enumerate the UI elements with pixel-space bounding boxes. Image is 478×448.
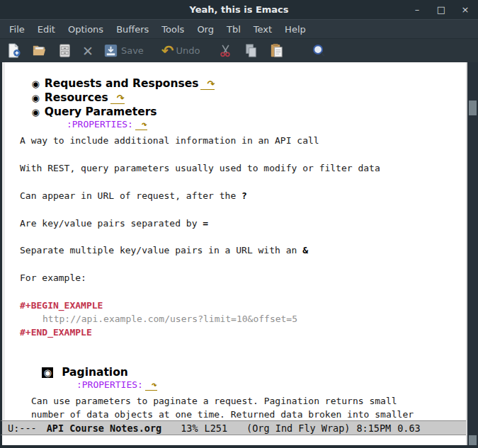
modeline-row: U:--- API Course Notes.org 13% L251 (Org…: [0, 420, 478, 435]
cut-icon[interactable]: [217, 42, 234, 60]
paragraph: Separate multiple key/value pairs in a U…: [20, 245, 308, 255]
minibuffer-scrollbar-track[interactable]: [466, 435, 478, 445]
save-buffer-button[interactable]: Save: [103, 42, 144, 60]
org-end-example-keyword: #+END_EXAMPLE: [20, 327, 92, 338]
paragraph: A way to include additional information …: [20, 135, 319, 146]
paragraph: With REST, query parameters usually used…: [20, 163, 380, 173]
modeline-buffer-name: API Course Notes.org: [47, 423, 162, 434]
menu-tools[interactable]: Tools: [155, 21, 190, 38]
isearch-icon[interactable]: [311, 42, 327, 60]
close-buffer-icon[interactable]: ✕: [82, 42, 93, 60]
scrollbar-thumb[interactable]: [469, 100, 477, 115]
modeline: U:--- API Course Notes.org 13% L251 (Org…: [0, 420, 466, 435]
menu-help[interactable]: Help: [278, 21, 312, 38]
menu-org[interactable]: Org: [190, 21, 220, 38]
titlebar: Yeah, this is Emacs – □ ×: [0, 0, 478, 19]
close-icon[interactable]: ×: [460, 5, 471, 15]
window-controls: – □ ×: [411, 0, 471, 19]
paragraph: Are key/value pairs separated by =: [20, 218, 208, 229]
undo-button[interactable]: ↶ Undo: [161, 42, 200, 60]
minibuffer-scrollbar-thumb[interactable]: [469, 435, 477, 445]
paste-icon[interactable]: [268, 42, 285, 60]
modeline-line-number: L251: [205, 423, 228, 434]
modeline-percent: 13%: [181, 423, 198, 434]
modeline-clock: 8:15PM: [356, 423, 391, 434]
scrollbar-gap: [466, 420, 478, 435]
paragraph: Can appear in URL of request, after the …: [20, 190, 247, 201]
echo-area[interactable]: [0, 435, 466, 445]
window-title: Yeah, this is Emacs: [189, 4, 288, 15]
fold-ellipsis-icon[interactable]: ↷: [135, 119, 147, 130]
dired-icon[interactable]: [57, 42, 73, 60]
menu-options[interactable]: Options: [62, 21, 110, 38]
menu-buffers[interactable]: Buffers: [110, 21, 155, 38]
menu-tbl[interactable]: Tbl: [220, 21, 247, 38]
fold-ellipsis-icon[interactable]: ↷: [200, 79, 215, 90]
buffer-window[interactable]: ◉Requests and Responses↷ ◉Resources↷ ◉Qu…: [0, 62, 466, 420]
left-fringe: [2, 62, 5, 420]
org-begin-example-keyword: #+BEGIN_EXAMPLE: [20, 300, 103, 311]
scrollbar-track[interactable]: [466, 62, 478, 420]
minimize-icon[interactable]: –: [411, 5, 423, 15]
paragraph: number of data objects at one time. Retu…: [31, 409, 414, 420]
frame-bottom-edge: [0, 445, 478, 448]
open-file-icon[interactable]: [31, 42, 47, 60]
undo-label: Undo: [176, 45, 200, 56]
echo-area-row: [0, 435, 478, 445]
paragraph: Can use parameters to paginate a request…: [31, 396, 397, 406]
menu-file[interactable]: File: [3, 21, 31, 38]
toolbar: ✕ Save ↶ Undo: [0, 38, 478, 62]
menu-text[interactable]: Text: [247, 21, 278, 38]
maximize-icon[interactable]: □: [436, 5, 447, 15]
modeline-status: U:---: [8, 423, 37, 434]
modeline-minor-modes: (Org Ind Fly Wrap): [246, 423, 350, 434]
emacs-frame-body: ◉Requests and Responses↷ ◉Resources↷ ◉Qu…: [0, 62, 478, 420]
paragraph: For example:: [20, 272, 86, 283]
modeline-load-average: 0.63: [397, 423, 421, 434]
copy-icon[interactable]: [243, 42, 259, 60]
fold-ellipsis-icon[interactable]: ↷: [145, 379, 157, 391]
example-url: http://api.example.com/users?limit=10&of…: [42, 314, 297, 324]
save-label: Save: [121, 45, 144, 56]
menubar: File Edit Options Buffers Tools Org Tbl …: [0, 19, 478, 38]
new-file-icon[interactable]: [6, 42, 22, 60]
menu-edit[interactable]: Edit: [31, 21, 62, 38]
